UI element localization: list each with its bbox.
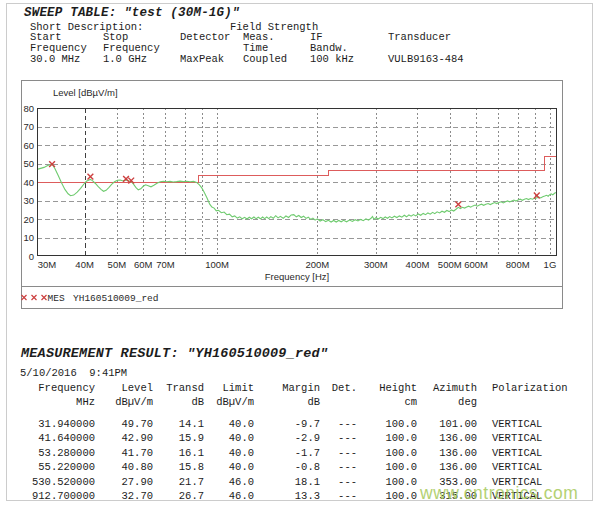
table-cell: 16.1 (153, 447, 204, 459)
measurement-data-row: 41.64000042.9015.940.0-2.9---100.0136.00… (20, 432, 587, 444)
chart-y-axis-title: Level [dBµV/m] (53, 87, 118, 98)
table-cell: 46.0 (204, 476, 254, 488)
table-cell: -9.7 (254, 418, 320, 430)
legend-marker-label: MES (48, 293, 65, 304)
y-tick-label: 10 (23, 232, 34, 243)
table-cell: 27.90 (95, 476, 153, 488)
table-cell: 55.220000 (20, 461, 95, 473)
table-cell: 31.940000 (20, 418, 95, 430)
table-cell: --- (320, 476, 357, 488)
table-cell: VERTICAL (477, 461, 587, 473)
x-tick-label: 600M (464, 259, 488, 270)
table-cell: 32.70 (95, 490, 153, 502)
y-tick-label: 0 (29, 251, 34, 262)
x-tick-label: 200M (305, 259, 329, 270)
table-cell: 42.90 (95, 432, 153, 444)
table-cell: VERTICAL (477, 418, 587, 430)
measurement-data-row: 31.94000049.7014.140.0-9.7---100.0101.00… (20, 418, 587, 430)
measurement-datetime: 5/10/2016 9:41PM (20, 367, 127, 379)
x-tick-label: 400M (406, 259, 430, 270)
table-cell (477, 396, 587, 408)
y-tick-label: 60 (23, 140, 34, 151)
table-cell: 15.8 (153, 461, 204, 473)
table-cell: 18.1 (254, 476, 320, 488)
table-cell: 14.1 (153, 418, 204, 430)
table-cell: 912.700000 (20, 490, 95, 502)
legend-marker-icon (32, 295, 37, 300)
table-cell: 136.00 (417, 447, 477, 459)
table-cell: 41.640000 (20, 432, 95, 444)
table-cell: --- (320, 490, 357, 502)
table-cell: cm (357, 396, 417, 408)
table-cell: Det. (320, 382, 357, 394)
table-cell: 40.0 (204, 432, 254, 444)
measurement-data-row: 55.22000040.8015.840.0-0.8---100.0136.00… (20, 461, 587, 473)
table-cell: 100.0 (357, 447, 417, 459)
table-cell: 49.70 (95, 418, 153, 430)
table-cell: -0.8 (254, 461, 320, 473)
y-tick-label: 40 (23, 177, 34, 188)
table-cell: -2.9 (254, 432, 320, 444)
table-cell (320, 396, 357, 408)
measurement-result-title: MEASUREMENT RESULT: "YH160510009_red" (21, 346, 328, 361)
table-cell: dB (254, 396, 320, 408)
table-cell: 100.0 (357, 432, 417, 444)
table-cell: 26.7 (153, 490, 204, 502)
table-cell: 530.520000 (20, 476, 95, 488)
table-cell: 21.7 (153, 476, 204, 488)
table-cell: 100.0 (357, 476, 417, 488)
table-cell: -1.7 (254, 447, 320, 459)
y-tick-label: 30 (23, 195, 34, 206)
legend-marker-icon (42, 295, 47, 300)
table-cell: 136.00 (417, 461, 477, 473)
table-cell: 101.00 (417, 418, 477, 430)
table-cell: dB (153, 396, 204, 408)
table-cell: 53.280000 (20, 447, 95, 459)
legend-trace-label: YH160510009_red (73, 293, 159, 304)
table-cell: --- (320, 418, 357, 430)
table-cell: dBµV/m (95, 396, 153, 408)
table-cell: 100.0 (357, 461, 417, 473)
x-tick-label: 50M (108, 259, 127, 270)
table-cell: 40.0 (204, 447, 254, 459)
table-cell: Frequency (20, 382, 95, 394)
x-tick-label: 40M (75, 259, 94, 270)
table-cell: 40.0 (204, 418, 254, 430)
table-cell: 100.0 (357, 490, 417, 502)
table-cell: deg (417, 396, 477, 408)
table-cell: Polarization (477, 382, 587, 394)
measurement-data-row: 53.28000041.7016.140.0-1.7---100.0136.00… (20, 447, 587, 459)
y-tick-label: 20 (23, 214, 34, 225)
watermark: www.cntronics.com (420, 483, 578, 504)
y-tick-label: 80 (23, 103, 34, 114)
table-cell: Height (357, 382, 417, 394)
x-tick-label: 800M (506, 259, 530, 270)
table-cell: Limit (204, 382, 254, 394)
measurement-header-row: FrequencyLevelTransdLimitMarginDet.Heigh… (20, 382, 587, 394)
x-tick-label: 300M (364, 259, 388, 270)
table-cell: 41.70 (95, 447, 153, 459)
table-cell: MHz (20, 396, 95, 408)
x-tick-label: 30M (38, 259, 57, 270)
table-cell: VERTICAL (477, 447, 587, 459)
table-cell: --- (320, 461, 357, 473)
legend-marker-icon (22, 295, 27, 300)
table-cell: 46.0 (204, 490, 254, 502)
chart-x-axis-title: Frequency [Hz] (265, 271, 329, 282)
table-cell: 40.80 (95, 461, 153, 473)
x-tick-label: 60M (134, 259, 153, 270)
table-cell: VERTICAL (477, 432, 587, 444)
table-cell: 100.0 (357, 418, 417, 430)
sweep-chart: Level [dBµV/m]0102030405060708030M40M50M… (0, 0, 600, 340)
table-cell: Level (95, 382, 153, 394)
table-cell: Transd (153, 382, 204, 394)
x-tick-label: 70M (156, 259, 175, 270)
table-cell: Margin (254, 382, 320, 394)
x-tick-label: 100M (205, 259, 229, 270)
table-cell: Azimuth (417, 382, 477, 394)
table-cell: 13.3 (254, 490, 320, 502)
table-cell: --- (320, 432, 357, 444)
table-cell: 15.9 (153, 432, 204, 444)
measurement-header-row: MHzdBµV/mdBdBµV/mdBcmdeg (20, 396, 587, 408)
y-tick-label: 50 (23, 158, 34, 169)
